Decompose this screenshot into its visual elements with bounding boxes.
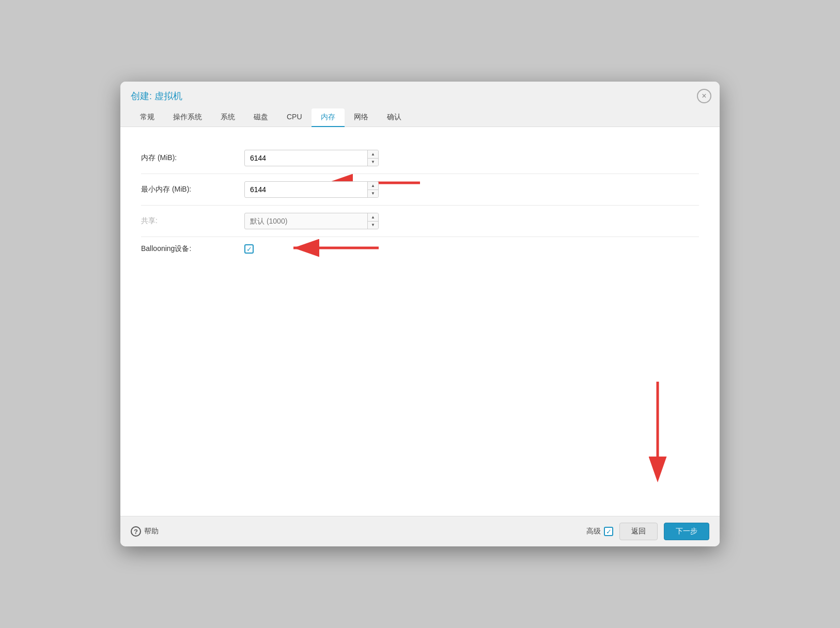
- memory-decrement[interactable]: ▼: [368, 159, 378, 166]
- share-increment[interactable]: ▲: [368, 213, 378, 222]
- close-button[interactable]: ×: [697, 89, 711, 103]
- min-memory-spinbox-arrows: ▲ ▼: [367, 182, 378, 197]
- tab-system[interactable]: 系统: [211, 108, 244, 127]
- share-spinbox[interactable]: ▲ ▼: [244, 213, 379, 229]
- footer-right: 高级 返回 下一步: [586, 523, 709, 540]
- memory-increment[interactable]: ▲: [368, 150, 378, 159]
- dialog-title: 创建: 虚拟机: [131, 90, 709, 102]
- share-input[interactable]: [245, 213, 367, 229]
- help-icon[interactable]: ?: [131, 526, 141, 537]
- share-control-wrap: ▲ ▼: [244, 213, 379, 229]
- advanced-checkbox[interactable]: [604, 527, 613, 536]
- tab-confirm[interactable]: 确认: [378, 108, 411, 127]
- advanced-label: 高级: [586, 527, 601, 536]
- ballooning-label: Ballooning设备:: [141, 244, 244, 254]
- next-button[interactable]: 下一步: [664, 523, 709, 540]
- back-button[interactable]: 返回: [619, 523, 658, 540]
- ballooning-row: Ballooning设备:: [141, 237, 699, 261]
- min-memory-increment[interactable]: ▲: [368, 182, 378, 190]
- min-memory-control-wrap: ▲ ▼: [244, 181, 379, 198]
- memory-spinbox[interactable]: ▲ ▼: [244, 150, 379, 166]
- tab-network[interactable]: 网络: [345, 108, 378, 127]
- dialog-body: 内存 (MiB): ▲ ▼: [120, 127, 720, 516]
- ballooning-checkbox[interactable]: [244, 244, 254, 254]
- min-memory-decrement[interactable]: ▼: [368, 190, 378, 198]
- min-memory-label: 最小内存 (MiB):: [141, 185, 244, 194]
- tab-disk[interactable]: 磁盘: [244, 108, 277, 127]
- share-decrement[interactable]: ▼: [368, 222, 378, 229]
- create-vm-dialog: 创建: 虚拟机 × 常规 操作系统 系统 磁盘 CPU 内存 网络 确认 内存 …: [120, 82, 720, 546]
- dialog-footer: ? 帮助 高级 返回 下一步: [120, 516, 720, 546]
- memory-control-wrap: ▲ ▼: [244, 150, 379, 166]
- footer-left: ? 帮助: [131, 526, 159, 537]
- arrow-indicator-3: [627, 382, 689, 485]
- help-label[interactable]: 帮助: [144, 527, 159, 536]
- dialog-header: 创建: 虚拟机 × 常规 操作系统 系统 磁盘 CPU 内存 网络 确认: [120, 82, 720, 127]
- advanced-wrap: 高级: [586, 527, 613, 536]
- tab-cpu[interactable]: CPU: [277, 108, 312, 127]
- min-memory-row: 最小内存 (MiB): ▲ ▼: [141, 174, 699, 206]
- share-label: 共享:: [141, 216, 244, 226]
- memory-label: 内存 (MiB):: [141, 153, 244, 163]
- share-spinbox-arrows: ▲ ▼: [367, 213, 378, 229]
- min-memory-spinbox[interactable]: ▲ ▼: [244, 181, 379, 198]
- ballooning-checkbox-wrap: [244, 244, 254, 254]
- min-memory-input[interactable]: [245, 182, 367, 197]
- tab-os[interactable]: 操作系统: [164, 108, 211, 127]
- memory-input[interactable]: [245, 150, 367, 166]
- share-row: 共享: ▲ ▼: [141, 206, 699, 237]
- memory-spinbox-arrows: ▲ ▼: [367, 150, 378, 166]
- memory-row: 内存 (MiB): ▲ ▼: [141, 143, 699, 174]
- tab-bar: 常规 操作系统 系统 磁盘 CPU 内存 网络 确认: [131, 108, 709, 127]
- tab-general[interactable]: 常规: [131, 108, 164, 127]
- tab-memory[interactable]: 内存: [312, 108, 345, 127]
